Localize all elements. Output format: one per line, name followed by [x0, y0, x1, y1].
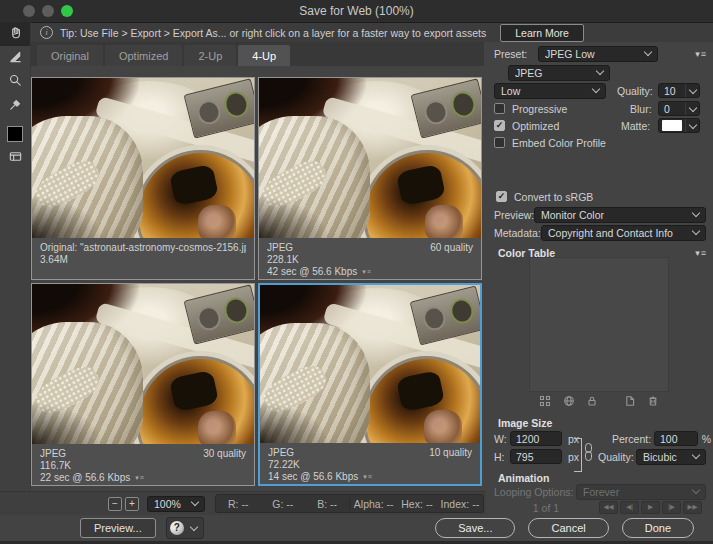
speed-menu-icon[interactable]: ▾≡ [362, 266, 372, 278]
photo-shadow [32, 196, 103, 238]
tab-4up[interactable]: 4-Up [238, 45, 290, 66]
eyedropper-tool[interactable] [0, 94, 30, 118]
new-color-icon[interactable] [624, 395, 636, 409]
quality-select[interactable]: 10 [658, 83, 700, 98]
image-size-title: Image Size [498, 417, 552, 429]
width-input[interactable] [510, 431, 562, 446]
width-label: W: [494, 433, 507, 445]
quality-label: 30 quality [203, 448, 246, 460]
fullscreen-button[interactable] [61, 5, 73, 17]
caption-original: Original: "astronaut-astronomy-cosmos-21… [32, 238, 254, 279]
preset-label: Preset: [494, 48, 527, 60]
optimized-checkbox[interactable]: ✓ [494, 120, 505, 131]
convert-srgb-label: Convert to sRGB [514, 191, 593, 203]
photo-visor-reflection2 [198, 411, 237, 444]
animation-title: Animation [498, 472, 549, 484]
convert-srgb-checkbox[interactable]: ✓ [496, 191, 507, 202]
delete-color-icon[interactable] [647, 395, 659, 409]
color-table-actions [529, 395, 669, 409]
toggle-slices-visibility[interactable] [0, 146, 30, 170]
progressive-label: Progressive [512, 103, 567, 115]
close-button[interactable] [23, 5, 35, 17]
original-filesize: 3.64M [40, 254, 246, 266]
metadata-label: Metadata: [494, 227, 541, 239]
photo-camera-unit [183, 78, 254, 138]
pane-jpeg-30[interactable]: JPEG 116.7K 22 sec @ 56.6 Kbps▾≡ 30 qual… [31, 283, 255, 486]
readout-hex: Hex:-- [401, 498, 433, 510]
photo-visor-reflection2 [198, 205, 237, 238]
height-input[interactable] [510, 449, 562, 464]
compression-select[interactable]: Low [494, 83, 606, 99]
preview-image-30[interactable] [32, 284, 254, 444]
tab-original[interactable]: Original [37, 45, 103, 66]
preset-select[interactable]: JPEG Low [538, 46, 658, 62]
lock-color-icon[interactable] [586, 395, 598, 409]
save-button[interactable]: Save... [435, 518, 515, 538]
preview-image-original[interactable] [32, 78, 254, 238]
slice-select-tool[interactable] [0, 46, 30, 70]
pane-original[interactable]: Original: "astronaut-astronomy-cosmos-21… [31, 77, 255, 280]
percent-input[interactable] [654, 431, 698, 446]
preview-label: Preview: [494, 209, 534, 221]
minimize-button[interactable] [42, 5, 54, 17]
eyedropper-icon [8, 97, 23, 116]
hand-tool[interactable] [0, 22, 30, 46]
format-select[interactable]: JPEG [508, 65, 610, 81]
zoom-tool[interactable] [0, 70, 30, 94]
preview-select[interactable]: Monitor Color [534, 207, 706, 223]
tab-2up[interactable]: 2-Up [184, 45, 236, 66]
quality-label: Quality: [617, 85, 653, 97]
photo-visor-reflection [396, 164, 446, 206]
magnifier-icon [8, 73, 23, 92]
link-dimensions-icon[interactable] [585, 443, 592, 465]
zoom-out-button[interactable]: − [108, 497, 122, 511]
color-table[interactable] [529, 257, 669, 392]
preview-image-60[interactable] [259, 78, 481, 238]
photo-camera-unit [410, 78, 481, 138]
color-table-panel-menu-icon[interactable]: ▾≡ [695, 248, 707, 258]
chevron-down-icon [685, 102, 699, 115]
pane-jpeg-60[interactable]: JPEG 228.1K 42 sec @ 56.6 Kbps▾≡ 60 qual… [258, 77, 482, 280]
preview-in-browser-button[interactable]: Preview... [80, 518, 156, 538]
matte-select[interactable] [658, 118, 700, 133]
tab-optimized[interactable]: Optimized [105, 45, 183, 66]
progressive-checkbox[interactable] [494, 103, 505, 114]
dither-icon[interactable] [539, 395, 551, 409]
readout-g: G:-- [272, 498, 293, 510]
metadata-select[interactable]: Copyright and Contact Info [541, 225, 706, 241]
filesize-label: 228.1K [267, 254, 473, 266]
height-label: H: [494, 451, 505, 463]
done-button[interactable]: Done [622, 518, 694, 538]
learn-more-button[interactable]: Learn More [500, 24, 584, 42]
pane-jpeg-10-selected[interactable]: JPEG 72.22K 14 sec @ 56.6 Kbps▾≡ 10 qual… [258, 283, 482, 486]
photo-camera-unit [183, 284, 254, 344]
readout-r: R:-- [228, 498, 249, 510]
chevron-down-icon [692, 451, 700, 459]
status-bar: − + 100% R:-- G:-- B:-- Alpha:-- Hex:-- … [0, 491, 486, 515]
resample-quality-select[interactable]: Bicubic [636, 449, 706, 465]
filesize-label: 72.22K [268, 459, 472, 471]
window-title: Save for Web (100%) [0, 0, 713, 22]
photo-visor-reflection2 [425, 205, 464, 238]
embed-color-profile-checkbox[interactable] [494, 137, 505, 148]
readout-alpha: Alpha:-- [354, 498, 394, 510]
zoom-in-button[interactable]: + [125, 497, 139, 511]
cancel-button[interactable]: Cancel [528, 518, 608, 538]
blur-label: Blur: [630, 103, 652, 115]
browser-select-group[interactable]: ? [166, 517, 204, 539]
web-shift-icon[interactable] [563, 395, 575, 409]
blur-select[interactable]: 0 [658, 101, 700, 116]
settings-panel: Preset: JPEG Low ▾≡ JPEG Low Quality: 10… [486, 42, 713, 512]
dimension-bracket [574, 438, 582, 472]
photo-visor-reflection2 [424, 410, 462, 443]
matte-color-swatch[interactable] [7, 126, 23, 142]
preset-panel-menu-icon[interactable]: ▾≡ [695, 49, 707, 59]
photo-visor-reflection [169, 164, 219, 206]
speed-label: 22 sec @ 56.6 Kbps [40, 472, 130, 484]
zoom-level-select[interactable]: 100% [147, 496, 205, 512]
speed-menu-icon[interactable]: ▾≡ [135, 472, 145, 484]
photo-shadow [260, 402, 330, 443]
preview-image-10[interactable] [260, 285, 480, 443]
speed-menu-icon[interactable]: ▾≡ [363, 471, 373, 483]
matte-white-swatch [662, 120, 682, 131]
